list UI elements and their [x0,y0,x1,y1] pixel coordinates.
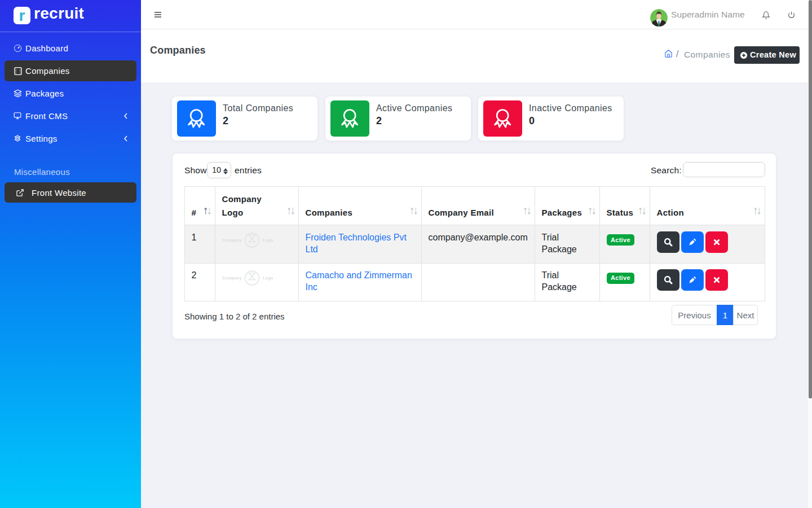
svg-text:Logo: Logo [263,238,273,243]
svg-text:Company: Company [222,276,242,281]
svg-text:Company: Company [222,238,242,243]
svg-text:Logo: Logo [263,276,273,281]
